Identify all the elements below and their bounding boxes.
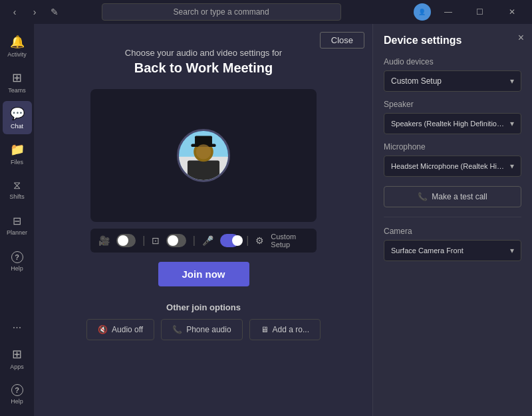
shifts-icon: ⧖ bbox=[13, 179, 21, 191]
maximize-button[interactable]: ☐ bbox=[466, 3, 495, 21]
audio-off-button[interactable]: 🔇 Audio off bbox=[86, 319, 154, 340]
video-preview bbox=[90, 89, 317, 222]
minimize-button[interactable]: — bbox=[434, 3, 463, 21]
activity-icon: 🔔 bbox=[10, 35, 25, 49]
join-now-button[interactable]: Join now bbox=[158, 262, 249, 286]
planner-icon: ⊟ bbox=[13, 215, 21, 227]
meeting-panel: Close Choose your audio and video settin… bbox=[35, 24, 372, 416]
other-join-options: 🔇 Audio off 📞 Phone audio 🖥 Add a ro... bbox=[86, 319, 321, 340]
other-join-title: Other join options bbox=[166, 302, 241, 312]
camera-dropdown[interactable]: Surface Camera Front ▾ bbox=[384, 240, 521, 261]
files-label: Files bbox=[11, 159, 23, 165]
test-call-icon: 📞 bbox=[418, 192, 428, 201]
titlebar: ‹ › ✎ Search or type a command 👤 — ☐ ✕ bbox=[0, 0, 532, 24]
camera-chevron-icon: ▾ bbox=[510, 246, 514, 255]
video-off-icon: 🎥 bbox=[98, 235, 110, 246]
avatar-circle bbox=[177, 129, 230, 182]
controls-bar: 🎥 | ⊡ | 🎤 | ⚙ Custom Setup bbox=[90, 229, 317, 253]
activity-label: Activity bbox=[7, 51, 27, 58]
blur-icon: ⊡ bbox=[152, 235, 160, 246]
planner-label: Planner bbox=[7, 229, 27, 236]
teams-label: Teams bbox=[8, 87, 26, 94]
sidebar-item-help[interactable]: ? Help bbox=[3, 245, 32, 278]
search-bar[interactable]: Search or type a command bbox=[102, 3, 341, 21]
camera-value: Surface Camera Front bbox=[391, 247, 464, 255]
phone-audio-button[interactable]: 📞 Phone audio bbox=[161, 319, 242, 340]
back-button[interactable]: ‹ bbox=[5, 3, 24, 21]
microphone-chevron-icon: ▾ bbox=[510, 161, 514, 171]
help2-label: Help bbox=[11, 398, 23, 405]
avatar-image bbox=[179, 129, 228, 182]
apps-icon: ⊞ bbox=[12, 347, 22, 362]
device-settings-panel: Device settings × Audio devices Custom S… bbox=[372, 24, 532, 416]
settings-icon: ⚙ bbox=[255, 235, 264, 246]
chat-label: Chat bbox=[11, 123, 23, 130]
add-room-button[interactable]: 🖥 Add a ro... bbox=[249, 319, 321, 340]
sidebar-item-planner[interactable]: ⊟ Planner bbox=[3, 209, 32, 242]
compose-button[interactable]: ✎ bbox=[45, 3, 64, 21]
speaker-chevron-icon: ▾ bbox=[510, 119, 514, 128]
audio-devices-label: Audio devices bbox=[384, 57, 521, 66]
nav-buttons: ‹ › ✎ bbox=[5, 3, 64, 21]
shifts-label: Shifts bbox=[9, 193, 25, 200]
svg-rect-5 bbox=[195, 136, 212, 146]
microphone-dropdown[interactable]: Headset Microphone (Realtek High D... ▾ bbox=[384, 156, 521, 177]
device-settings-title: Device settings bbox=[384, 35, 521, 47]
audio-off-icon: 🔇 bbox=[98, 325, 108, 334]
forward-button[interactable]: › bbox=[25, 3, 44, 21]
chat-icon: 💬 bbox=[10, 106, 25, 121]
camera-label: Camera bbox=[384, 227, 521, 236]
meeting-subtitle: Choose your audio and video settings for bbox=[125, 48, 282, 58]
help-label: Help bbox=[11, 265, 23, 272]
meeting-title: Back to Work Meeting bbox=[134, 60, 273, 76]
main-layout: 🔔 Activity ⊞ Teams 💬 Chat 📁 Files ⧖ Shif… bbox=[0, 24, 532, 416]
sidebar: 🔔 Activity ⊞ Teams 💬 Chat 📁 Files ⧖ Shif… bbox=[0, 24, 35, 416]
audio-off-label: Audio off bbox=[112, 325, 143, 334]
search-placeholder: Search or type a command bbox=[174, 7, 269, 17]
add-room-icon: 🖥 bbox=[261, 325, 269, 334]
sidebar-item-shifts[interactable]: ⧖ Shifts bbox=[3, 173, 32, 206]
titlebar-right: 👤 — ☐ ✕ bbox=[414, 3, 527, 21]
video-toggle[interactable] bbox=[116, 234, 136, 247]
speaker-dropdown[interactable]: Speakers (Realtek High Definition Au... … bbox=[384, 113, 521, 134]
avatar[interactable]: 👤 bbox=[414, 3, 431, 21]
test-call-label: Make a test call bbox=[432, 192, 487, 201]
meeting-close-button[interactable]: Close bbox=[320, 32, 364, 49]
teams-icon: ⊞ bbox=[12, 70, 22, 85]
sidebar-item-apps[interactable]: ⊞ Apps bbox=[3, 342, 32, 375]
sidebar-item-help2[interactable]: ? Help bbox=[3, 377, 32, 411]
sidebar-item-activity[interactable]: 🔔 Activity bbox=[3, 29, 32, 62]
files-icon: 📁 bbox=[10, 142, 25, 157]
audio-device-value: Custom Setup bbox=[391, 76, 442, 86]
speaker-value: Speakers (Realtek High Definition Au... bbox=[391, 120, 504, 128]
audio-devices-chevron-icon: ▾ bbox=[510, 76, 514, 86]
mic-toggle[interactable] bbox=[220, 234, 239, 247]
sidebar-item-teams[interactable]: ⊞ Teams bbox=[3, 65, 32, 98]
mic-icon: 🎤 bbox=[202, 235, 213, 246]
audio-devices-dropdown[interactable]: Custom Setup ▾ bbox=[384, 70, 521, 92]
phone-icon: 📞 bbox=[172, 325, 182, 334]
more-options[interactable]: ··· bbox=[7, 316, 27, 339]
blur-toggle[interactable] bbox=[166, 234, 186, 247]
speaker-label: Speaker bbox=[384, 100, 521, 109]
sidebar-item-files[interactable]: 📁 Files bbox=[3, 137, 32, 170]
custom-setup-label: Custom Setup bbox=[271, 233, 309, 249]
settings-divider bbox=[384, 217, 521, 217]
phone-audio-label: Phone audio bbox=[186, 325, 231, 334]
apps-label: Apps bbox=[10, 364, 24, 370]
add-room-label: Add a ro... bbox=[273, 325, 309, 334]
help-icon: ? bbox=[11, 251, 23, 263]
help2-icon: ? bbox=[11, 384, 23, 396]
svg-rect-2 bbox=[188, 160, 219, 180]
test-call-button[interactable]: 📞 Make a test call bbox=[384, 186, 521, 207]
window-close-button[interactable]: ✕ bbox=[497, 3, 527, 21]
microphone-label: Microphone bbox=[384, 142, 521, 152]
svg-point-6 bbox=[196, 144, 211, 159]
content-area: Close Choose your audio and video settin… bbox=[35, 24, 532, 416]
sidebar-item-chat[interactable]: 💬 Chat bbox=[3, 101, 32, 134]
microphone-value: Headset Microphone (Realtek High D... bbox=[391, 162, 504, 170]
device-settings-close-button[interactable]: × bbox=[518, 32, 524, 44]
